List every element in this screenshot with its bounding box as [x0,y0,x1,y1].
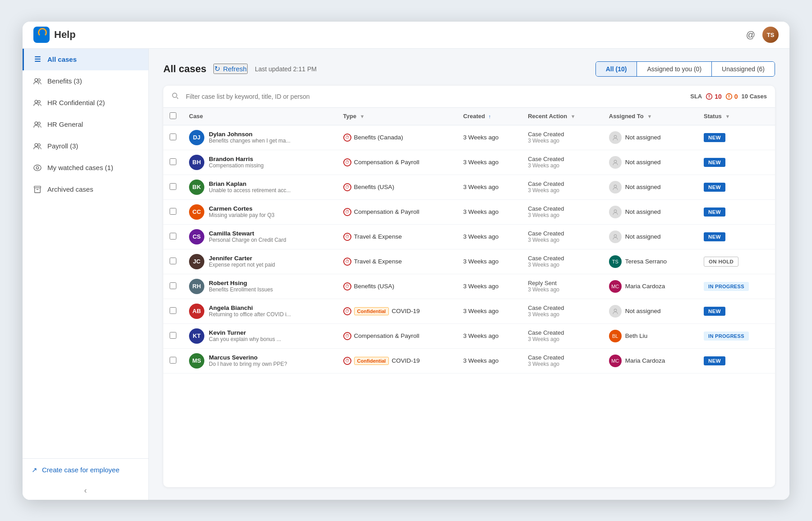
case-person: KT Kevin Turner Can you explain why bonu… [189,328,331,344]
svg-point-7 [38,143,40,146]
app-window: Help @ TS ☰ All cases Benefits (3) [23,22,789,500]
people-icon-payroll [33,142,42,151]
case-cell: BK Brian Kaplan Unable to access retirem… [183,175,337,199]
col-header-status[interactable]: Status ▼ [697,108,775,125]
case-cell: KT Kevin Turner Can you explain why bonu… [183,323,337,348]
created-cell: 3 Weeks ago [457,150,521,175]
refresh-button[interactable]: ↻ Refresh [213,64,248,74]
page-title: All cases [163,63,206,75]
status-badge: NEW [704,158,725,167]
row-checkbox[interactable] [170,158,176,165]
people-icon-benefits [33,77,42,86]
sidebar-item-benefits[interactable]: Benefits (3) [23,70,148,92]
sidebar-item-payroll[interactable]: Payroll (3) [23,135,148,157]
cases-card: SLA 10 0 10 Cases [163,86,775,487]
sla-badge: SLA 10 0 10 Cases [690,93,767,100]
created-value: 3 Weeks ago [463,258,499,265]
assigned-name: Not assigned [625,159,661,166]
row-checkbox[interactable] [170,332,176,339]
status-badge: IN PROGRESS [704,282,749,291]
person-info: Carmen Cortes Missing variable pay for Q… [209,205,274,218]
col-header-created[interactable]: Created ↑ [457,108,521,125]
person-avatar: BK [189,180,204,195]
row-checkbox[interactable] [170,357,176,364]
assigned-to-cell: Not assigned [603,150,697,175]
svg-point-6 [35,143,37,146]
status-cell: NEW [697,150,775,175]
table-row[interactable]: KT Kevin Turner Can you explain why bonu… [163,323,775,348]
sidebar-item-hr-confidential[interactable]: HR Confidential (2) [23,92,148,114]
case-cell: CS Camilla Stewart Personal Charge on Cr… [183,224,337,249]
table-row[interactable]: CS Camilla Stewart Personal Charge on Cr… [163,224,775,249]
person-info: Kevin Turner Can you explain why bonus .… [209,329,281,342]
sla-orange-badge: 0 [725,93,738,100]
sla-clock-icon: ⏱ [343,332,351,340]
create-case-label: Create case for employee [42,466,120,474]
row-checkbox[interactable] [170,134,176,140]
sidebar-item-my-watched[interactable]: My watched cases (1) [23,157,148,179]
sla-clock-icon: ⏱ [343,134,351,142]
action-name: Case Created [528,230,596,237]
at-icon[interactable]: @ [746,30,755,40]
action-name: Reply Sent [528,280,596,286]
svg-point-19 [614,210,617,212]
person-subtitle: Can you explain why bonus ... [209,336,281,342]
assigned-cell: MCMaria Cardoza [609,280,691,293]
collapse-sidebar-button[interactable]: ‹ [23,481,148,500]
table-row[interactable]: JC Jennifer Carter Expense report not ye… [163,249,775,274]
table-row[interactable]: CC Carmen Cortes Missing variable pay fo… [163,199,775,224]
case-cell: AB Angela Bianchi Returning to office af… [183,299,337,323]
table-row[interactable]: BH Brandon Harris Compensation missing ⏱… [163,150,775,175]
table-row[interactable]: BK Brian Kaplan Unable to access retirem… [163,175,775,199]
sla-clock-icon: ⏱ [343,282,351,290]
filter-input[interactable] [186,93,683,100]
tab-assigned[interactable]: Assigned to you (0) [637,62,712,76]
svg-point-20 [614,235,617,237]
row-checkbox[interactable] [170,208,176,215]
table-row[interactable]: RH Robert Hsing Benefits Enrollment Issu… [163,274,775,299]
row-checkbox[interactable] [170,258,176,264]
assigned-avatar-placeholder [609,181,622,194]
recent-action-cell: Reply Sent 3 Weeks ago [521,274,603,299]
create-case-link[interactable]: ↗ Create case for employee [32,466,139,474]
type-cell: ⏱ConfidentialCOVID-19 [337,299,457,323]
user-avatar[interactable]: TS [762,27,779,43]
status-cell: ON HOLD [697,249,775,274]
recent-action-cell: Case Created 3 Weeks ago [521,299,603,323]
type-cell: ⏱ConfidentialCOVID-19 [337,348,457,373]
assigned-to-cell: TSTeresa Serrano [603,249,697,274]
sidebar-item-archived[interactable]: Archived cases [23,179,148,200]
refresh-label: Refresh [223,65,247,73]
recent-action-cell: Case Created 3 Weeks ago [521,125,603,150]
type-label: Travel & Expense [354,233,402,240]
person-avatar: AB [189,304,204,319]
tab-all[interactable]: All (10) [596,62,637,76]
row-checkbox-cell [163,175,183,199]
col-header-recent-action[interactable]: Recent Action ▼ [521,108,603,125]
col-header-type[interactable]: Type ▼ [337,108,457,125]
select-all-checkbox[interactable] [170,112,176,119]
sidebar-item-hr-general[interactable]: HR General [23,114,148,135]
col-header-assigned-to[interactable]: Assigned To ▼ [603,108,697,125]
table-row[interactable]: AB Angela Bianchi Returning to office af… [163,299,775,323]
assigned-avatar: MC [609,355,622,367]
table-row[interactable]: DJ Dylan Johnson Benefits changes when I… [163,125,775,150]
action-time: 3 Weeks ago [528,237,596,243]
type-label: Benefits (USA) [354,184,394,190]
sidebar-item-all-cases[interactable]: ☰ All cases [23,49,148,70]
assigned-to-cell: MCMaria Cardoza [603,274,697,299]
row-checkbox[interactable] [170,233,176,240]
tab-unassigned[interactable]: Unassigned (6) [712,62,775,76]
row-checkbox[interactable] [170,183,176,190]
table-row[interactable]: MS Marcus Severino Do I have to bring my… [163,348,775,373]
col-header-case: Case [183,108,337,125]
created-cell: 3 Weeks ago [457,274,521,299]
row-checkbox[interactable] [170,282,176,289]
status-badge: ON HOLD [704,257,738,267]
created-cell: 3 Weeks ago [457,175,521,199]
sla-orange-count: 0 [734,93,738,100]
assigned-cell: Not assigned [609,181,691,194]
row-checkbox[interactable] [170,307,176,314]
refresh-icon: ↻ [214,65,220,73]
sla-clock-icon: ⏱ [343,258,351,266]
